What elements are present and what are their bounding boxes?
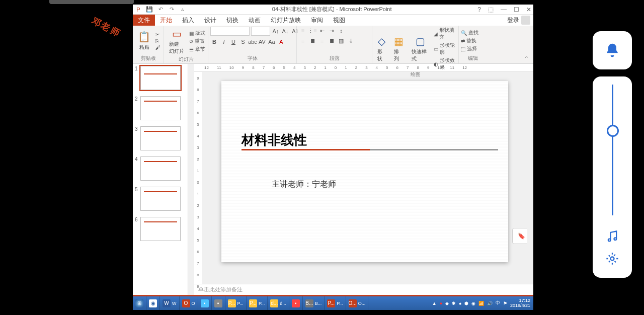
bookmark-tab[interactable]: 🔖 [512,228,527,244]
system-tray[interactable]: ▲ ● ◆ ✱ ♠ ⬢ ◉ 📶 🔊 中 ⚑ 17:12 2018/4/21 [429,298,533,308]
tray-flag-icon[interactable]: ⚑ [503,301,507,306]
thumbnail-6[interactable]: 6 [133,215,188,245]
thumb-scrollbar[interactable] [188,64,194,295]
start-button[interactable]: ⊞ [133,296,146,310]
text-direction-icon[interactable]: ↧ [347,37,355,45]
taskbar-item[interactable]: P...P... [247,296,268,310]
layout-button[interactable]: ▦版式 [189,30,205,37]
align-left-icon[interactable]: ≡ [299,37,307,45]
increase-font-icon[interactable]: A↑ [272,27,280,35]
settings-icon[interactable] [605,252,619,266]
font-color-button[interactable]: A [277,38,285,46]
font-family-select[interactable] [210,27,250,36]
taskbar-chrome[interactable]: ◉ [146,296,160,310]
tray-icon[interactable]: ⬢ [464,301,468,306]
taskbar-item[interactable]: WW [160,296,180,310]
columns-icon[interactable]: ▥ [337,37,345,45]
tab-slideshow[interactable]: 幻灯片放映 [266,15,306,26]
bullets-icon[interactable]: ≡ [299,27,307,35]
reset-button[interactable]: ↺重置 [189,38,205,45]
taskbar-item[interactable]: ▪ [289,296,303,310]
notes-pane[interactable]: 单击此处添加备注 [194,284,533,295]
redo-icon[interactable]: ↷ [168,6,175,13]
slide-title[interactable]: 材料非线性 [242,131,307,149]
slideshow-icon[interactable]: ▵ [179,6,186,13]
align-right-icon[interactable]: ≡ [318,37,326,45]
volume-slider[interactable] [612,85,613,215]
tab-animations[interactable]: 动画 [244,15,266,26]
tray-icon[interactable]: ✱ [452,301,456,306]
login-button[interactable]: 登录 [504,15,533,26]
replace-button[interactable]: ⇄替换 [461,37,478,44]
taskbar-item[interactable]: d...d... [268,296,289,310]
ribbon-options-icon[interactable]: ⬚ [488,6,494,13]
format-painter-icon[interactable]: 🖌 [155,45,160,50]
case-button[interactable]: Aa [268,38,276,46]
canvas-scrollbar[interactable] [527,72,533,284]
close-icon[interactable]: ✕ [526,6,531,13]
undo-icon[interactable]: ↶ [157,6,164,13]
justify-icon[interactable]: ≣ [328,37,336,45]
outdent-icon[interactable]: ⇤ [318,27,326,35]
align-center-icon[interactable]: ≣ [308,37,316,45]
thumbnail-3[interactable]: 3 [133,124,188,154]
line-spacing-icon[interactable]: ↕ [337,27,345,35]
volume-slider-handle[interactable] [607,125,619,137]
tray-icon[interactable]: ♠ [459,301,461,306]
arrange-button[interactable]: ▦排列 [391,34,407,63]
tray-icon[interactable]: ◆ [445,301,449,306]
italic-button[interactable]: I [220,38,228,46]
taskbar-item[interactable]: P...P... [325,296,346,310]
taskbar-item[interactable]: ▪ [212,296,225,310]
quick-styles-button[interactable]: ▢快速样式 [409,34,432,63]
collapse-ribbon-icon[interactable]: ^ [525,55,532,62]
slide-main[interactable]: 材料非线性 主讲老师：宁老师 [221,81,508,262]
shape-fill-button[interactable]: ◢形状填充 [434,27,456,41]
tab-view[interactable]: 视图 [328,15,350,26]
numbering-icon[interactable]: ⋮≡ [308,27,316,35]
thumbnail-panel[interactable]: 123456 [133,64,188,295]
copy-icon[interactable]: ⎘ [155,38,160,44]
taskbar-item[interactable]: OO [180,296,198,310]
taskbar-item[interactable]: ▪ [198,296,212,310]
taskbar-item[interactable]: P...P... [225,296,247,310]
help-icon[interactable]: ? [477,6,481,13]
strike-button[interactable]: abc [249,38,257,46]
decrease-font-icon[interactable]: A↓ [281,27,289,35]
section-button[interactable]: ☰章节 [189,46,205,53]
font-size-select[interactable] [251,27,270,36]
save-icon[interactable]: 💾 [146,6,153,13]
tab-insert[interactable]: 插入 [177,15,199,26]
tray-network-icon[interactable]: 📶 [478,301,484,306]
shape-outline-button[interactable]: ▭形状轮廓 [434,42,456,56]
thumbnail-2[interactable]: 2 [133,94,188,124]
spacing-button[interactable]: AV [258,38,266,46]
taskbar-item[interactable]: B...B... [303,296,325,310]
tray-icon[interactable]: ▲ [432,301,437,306]
bold-button[interactable]: B [210,38,218,46]
underline-button[interactable]: U [229,38,237,46]
tab-review[interactable]: 审阅 [306,15,328,26]
maximize-icon[interactable]: ☐ [514,6,519,13]
cut-icon[interactable]: ✂ [155,32,160,37]
tray-icon[interactable]: ◉ [471,301,475,306]
tab-file[interactable]: 文件 [133,15,155,26]
tray-volume-icon[interactable]: 🔊 [487,301,493,306]
tray-lang-icon[interactable]: 中 [496,300,500,306]
shadow-button[interactable]: S [239,38,247,46]
notification-button[interactable] [593,31,632,69]
thumbnail-4[interactable]: 4 [133,154,188,185]
select-button[interactable]: ⬚选择 [461,45,478,52]
find-button[interactable]: 🔍查找 [461,29,478,36]
slide-subtitle[interactable]: 主讲老师：宁老师 [272,179,336,190]
paste-button[interactable]: 📋粘贴 [135,30,153,52]
slide-canvas[interactable]: 材料非线性 主讲老师：宁老师 🔖 [202,72,527,284]
tab-design[interactable]: 设计 [199,15,221,26]
taskbar-item[interactable]: O...O... [346,296,369,310]
shapes-button[interactable]: ◇形状 [374,34,389,63]
tab-transitions[interactable]: 切换 [221,15,244,26]
new-slide-button[interactable]: ▭新建 幻灯片 [166,27,187,56]
minimize-icon[interactable]: — [501,6,507,13]
tray-icon[interactable]: ● [440,301,442,306]
shape-effects-button[interactable]: ◐形状效果 [434,57,456,71]
